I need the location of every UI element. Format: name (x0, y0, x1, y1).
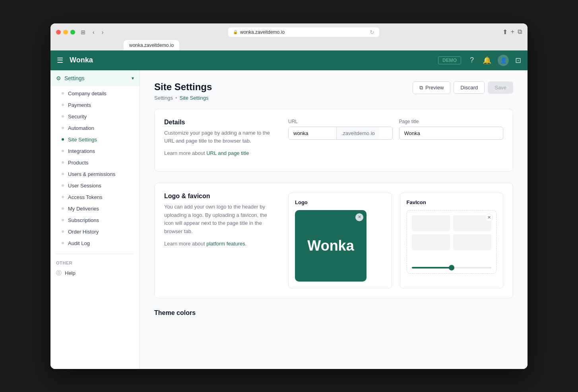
url-display: wonka.zaveitdemo.io (240, 29, 285, 35)
help-circle-icon: ⓪ (56, 270, 62, 277)
bullet-icon (62, 207, 64, 210)
bullet-icon (62, 184, 64, 187)
url-fields-row: URL .zaveitdemo.io Page title (288, 119, 503, 146)
page-title-field-group: Page title (399, 119, 504, 140)
url-subdomain-input[interactable] (289, 127, 336, 139)
favicon-slider-thumb[interactable] (449, 265, 454, 270)
logo-card-title: Logo (295, 199, 385, 205)
sidebar-item-payments[interactable]: Payments (50, 99, 140, 111)
discard-button[interactable]: Discard (454, 81, 485, 94)
save-button[interactable]: Save (488, 81, 513, 94)
page-title-input[interactable] (399, 127, 504, 140)
sidebar-item-users-permissions[interactable]: Users & permissions (50, 168, 140, 180)
logo-favicon-grid: Logo Wonka ✕ FavIcon (288, 193, 503, 288)
remove-logo-button[interactable]: ✕ (355, 213, 363, 221)
share-icon[interactable]: ⬆ (502, 28, 508, 36)
sidebar-label-security: Security (68, 114, 87, 120)
browser-tab[interactable]: wonka.zaveitdemo.io (124, 40, 179, 50)
sidebar-item-integrations[interactable]: Integrations (50, 145, 140, 157)
sidebar-item-audit-log[interactable]: Audit Log (50, 238, 140, 249)
logo-favicon-right: Logo Wonka ✕ FavIcon (288, 193, 503, 288)
notifications-icon[interactable]: 🔔 (483, 56, 491, 65)
bullet-icon (62, 92, 64, 95)
favicon-card-title: FavIcon (407, 199, 497, 205)
bullet-icon (62, 242, 64, 244)
bullet-icon (62, 161, 64, 164)
sidebar-item-automation[interactable]: Automation (50, 122, 140, 134)
preview-button[interactable]: ⧉ Preview (413, 81, 450, 94)
favicon-size-slider[interactable] (412, 267, 492, 268)
details-section: Details Customize your page by adding a … (154, 109, 513, 172)
remove-favicon-button[interactable]: ✕ (485, 214, 493, 222)
favicon-upload-area[interactable]: ✕ (407, 210, 497, 274)
logo-favicon-section: Logo & favicon You can add your own logo… (154, 183, 513, 298)
sidebar-item-company-details[interactable]: Company details (50, 88, 140, 99)
breadcrumb-parent: Settings (154, 95, 173, 101)
sidebar-item-my-deliveries[interactable]: My Deliveries (50, 203, 140, 214)
url-input-row: .zaveitdemo.io (288, 127, 393, 140)
favicon-cell-1 (412, 215, 450, 231)
sidebar-label-payments: Payments (68, 102, 91, 108)
logo-card: Logo Wonka ✕ (288, 193, 392, 288)
bullet-icon (62, 138, 64, 141)
avatar-icon: 👤 (500, 57, 507, 64)
close-window-button[interactable] (56, 30, 61, 35)
bullet-icon (62, 219, 64, 221)
minimize-window-button[interactable] (63, 30, 68, 35)
content-area: Site Settings Settings • Site Settings ⧉… (140, 70, 528, 369)
favicon-slider-fill (412, 267, 452, 268)
traffic-lights (56, 30, 75, 35)
sidebar-label-products: Products (68, 160, 88, 166)
sidebar-divider (56, 254, 134, 254)
bullet-icon (62, 150, 64, 152)
sidebar-items: Company details Payments Security Automa… (50, 86, 140, 251)
forward-button[interactable]: › (100, 28, 105, 36)
url-page-title-link[interactable]: URL and page title (206, 150, 249, 156)
sidebar-label-automation: Automation (68, 125, 94, 131)
back-button[interactable]: ‹ (91, 28, 96, 36)
logo-preview-text: Wonka (307, 238, 354, 254)
help-icon[interactable]: ? (470, 56, 474, 64)
avatar[interactable]: 👤 (498, 55, 509, 66)
hamburger-menu-icon[interactable]: ☰ (57, 56, 63, 65)
brand-name: Wonka (70, 56, 93, 64)
platform-features-link[interactable]: platform features. (206, 241, 246, 247)
logo-favicon-learn-more: Learn more about platform features. (164, 240, 275, 248)
logo-preview: Wonka ✕ (295, 210, 367, 282)
sidebar-item-security[interactable]: Security (50, 111, 140, 122)
details-learn-more: Learn more about URL and page title (164, 149, 275, 158)
chevron-down-icon: ▾ (132, 75, 134, 81)
maximize-window-button[interactable] (70, 30, 75, 35)
url-field-group: URL .zaveitdemo.io (288, 119, 393, 140)
details-title: Details (164, 119, 275, 126)
favicon-card: FavIcon ✕ (400, 193, 504, 288)
details-right: URL .zaveitdemo.io Page title (288, 119, 503, 162)
favicon-cell-3 (412, 234, 450, 250)
settings-section-header[interactable]: ⚙ Settings ▾ (50, 70, 140, 86)
sidebar-item-products[interactable]: Products (50, 157, 140, 168)
sidebar-item-site-settings[interactable]: Site Settings (50, 134, 140, 145)
sidebar-item-access-tokens[interactable]: Access Tokens (50, 191, 140, 203)
layout-icon[interactable]: ⊡ (515, 56, 521, 65)
details-layout: Details Customize your page by adding a … (164, 119, 503, 162)
bullet-icon (62, 104, 64, 106)
sidebar-label-users-permissions: Users & permissions (68, 171, 115, 177)
top-nav: ☰ Wonka DEMO ? 🔔 👤 ⊡ (50, 50, 528, 70)
sidebar-item-user-sessions[interactable]: User Sessions (50, 180, 140, 191)
other-label: OTHER (50, 257, 140, 267)
tabs-icon[interactable]: ⧉ (518, 28, 522, 36)
breadcrumb: Settings • Site Settings (154, 95, 212, 101)
details-card: Details Customize your page by adding a … (154, 109, 513, 172)
settings-section-label: Settings (64, 75, 85, 81)
bullet-icon (62, 127, 64, 129)
reload-icon[interactable]: ↻ (370, 29, 374, 35)
new-tab-icon[interactable]: + (511, 28, 514, 36)
sidebar-item-subscriptions[interactable]: Subscriptions (50, 214, 140, 226)
sidebar-item-order-history[interactable]: Order History (50, 226, 140, 238)
bullet-icon (62, 230, 64, 233)
bullet-icon (62, 173, 64, 175)
sidebar-toggle-button[interactable]: ⊞ (79, 28, 87, 36)
page-actions: ⧉ Preview Discard Save (413, 81, 513, 94)
sidebar-item-help[interactable]: ⓪ Help (50, 267, 140, 280)
address-bar[interactable]: 🔒 wonka.zaveitdemo.io ↻ (228, 27, 379, 37)
